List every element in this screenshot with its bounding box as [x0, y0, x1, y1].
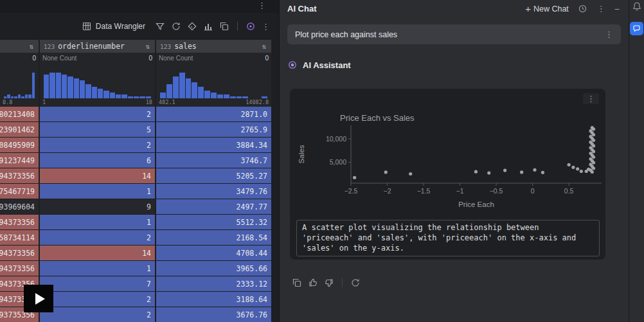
chat-history-icon[interactable] — [578, 4, 588, 14]
data-point — [580, 170, 583, 173]
histogram-bar — [103, 91, 109, 98]
data-point — [353, 176, 356, 179]
play-icon — [35, 293, 45, 305]
table-row: 8021340822871.0 — [0, 107, 279, 122]
table-cell[interactable]: 3479.76 — [156, 184, 273, 199]
video-play-button[interactable] — [24, 285, 53, 312]
ai-actions-icon[interactable] — [246, 21, 256, 31]
table-cell[interactable]: 58734114 — [0, 230, 40, 246]
table-cell[interactable]: 2 — [40, 138, 156, 153]
table-cell[interactable]: 1 — [40, 215, 156, 230]
histogram-bar — [211, 93, 217, 98]
clean-data-icon[interactable] — [187, 21, 197, 31]
table-cell[interactable]: 94373356 — [0, 261, 40, 276]
table-row: 9396960492497.77 — [0, 199, 279, 215]
histogram-bar — [110, 93, 115, 98]
sort-icon[interactable]: ⇅ — [262, 42, 266, 51]
thumbs-down-icon[interactable] — [324, 278, 334, 288]
chart-view-icon[interactable] — [203, 21, 213, 31]
table-cell[interactable]: 14 — [40, 168, 156, 184]
new-chat-button[interactable]: + New Chat — [525, 4, 569, 13]
refresh-icon[interactable] — [171, 21, 181, 31]
filter-icon[interactable] — [155, 21, 165, 31]
table-row: 0849590923884.34 — [0, 138, 279, 153]
column-stats-orderlinenumber: None Count 0 1 18 — [40, 53, 156, 107]
histogram-bar — [146, 96, 151, 98]
histogram-bar — [116, 94, 121, 98]
table-cell[interactable]: 2871.0 — [156, 107, 273, 122]
table-cell[interactable]: 3884.34 — [156, 138, 273, 153]
card-more-options-icon[interactable]: ⋮ — [583, 93, 599, 104]
table-cell[interactable]: 6 — [40, 153, 156, 168]
thumbs-up-icon[interactable] — [308, 278, 318, 288]
table-cell[interactable]: 14 — [40, 246, 156, 261]
minimize-icon[interactable]: − — [614, 4, 620, 14]
table-cell[interactable]: 4708.44 — [156, 246, 273, 261]
regenerate-icon[interactable] — [350, 278, 361, 288]
table-cell[interactable]: 5512.32 — [156, 215, 273, 230]
column-name: orderlinenumber — [58, 42, 142, 51]
table-cell[interactable]: 2333.12 — [156, 276, 273, 292]
data-point — [533, 168, 536, 172]
table-cell[interactable]: 2497.77 — [156, 199, 273, 215]
table-cell[interactable]: 2 — [40, 230, 156, 246]
column-header-sales[interactable]: 123 sales ⇅ — [156, 40, 273, 53]
y-tick-label: 5,000 — [330, 158, 346, 166]
copy-table-icon[interactable] — [219, 21, 229, 31]
histogram-bar — [139, 96, 145, 98]
data-point — [576, 167, 579, 170]
table-cell[interactable]: 3188.64 — [156, 292, 273, 307]
column-header-orderlinenumber[interactable]: 123 orderlinenumber ⇅ — [40, 40, 156, 53]
y-axis-label: Sales — [298, 145, 305, 163]
toolbar-more-options-icon[interactable]: ⋮ — [262, 22, 270, 31]
histogram-bar — [7, 94, 10, 98]
editor-more-options-icon[interactable]: ⋮ — [258, 1, 266, 10]
message-more-options-icon[interactable]: ⋮ — [605, 30, 613, 39]
table-cell[interactable]: 2 — [40, 307, 156, 322]
chart-caption: A scatter plot visualizing the relations… — [296, 220, 600, 256]
table-cell[interactable]: 94373356 — [0, 215, 40, 230]
table-cell[interactable]: 23901462 — [0, 122, 40, 138]
table-cell[interactable]: 08495909 — [0, 138, 40, 153]
table-cell[interactable]: 2 — [40, 292, 156, 307]
histogram-bar — [237, 96, 242, 98]
table-row: 7546771913479.76 — [0, 184, 279, 199]
data-wrangler-panel: ⋮ Data Wrangler — [0, 0, 279, 322]
column-header-hidden[interactable]: ⇅ — [0, 40, 40, 53]
table-cell[interactable]: 5205.27 — [156, 168, 273, 184]
table-cell[interactable]: 94373356 — [0, 168, 40, 184]
histogram-bar — [85, 84, 91, 98]
table-cell[interactable]: 1 — [40, 261, 156, 276]
table-cell[interactable]: 93969604 — [0, 199, 40, 215]
table-cell[interactable]: 9 — [40, 199, 156, 215]
table-cell[interactable]: 3676.76 — [156, 307, 273, 322]
table-cell[interactable]: 1 — [40, 184, 156, 199]
ai-chat-tool-button[interactable] — [630, 22, 643, 35]
histogram-bar — [128, 96, 133, 98]
copy-response-icon[interactable] — [292, 278, 302, 288]
table-cell[interactable]: 2765.9 — [156, 122, 273, 138]
table-cell[interactable]: 80213408 — [0, 107, 40, 122]
histogram-bar — [192, 82, 197, 98]
table-cell[interactable]: 91237449 — [0, 153, 40, 168]
table-cell[interactable]: 75467719 — [0, 184, 40, 199]
sort-icon[interactable]: ⇅ — [145, 42, 150, 51]
table-cell[interactable]: 3965.66 — [156, 261, 273, 276]
table-cell[interactable]: 3746.7 — [156, 153, 273, 168]
sort-icon[interactable]: ⇅ — [29, 42, 33, 51]
data-point — [589, 157, 592, 161]
histogram-bar — [230, 96, 236, 98]
histogram-bar — [204, 91, 210, 98]
column-stats-hidden: 0 0.8 — [0, 53, 40, 107]
table-cell[interactable]: 2 — [40, 107, 156, 122]
table-cell[interactable]: 5 — [40, 122, 156, 138]
table-grid-icon — [82, 21, 92, 31]
chat-more-options-icon[interactable]: ⋮ — [597, 4, 605, 13]
notifications-bell-icon[interactable] — [632, 1, 642, 12]
histogram-bar — [28, 94, 31, 98]
table-cell[interactable]: 94373356 — [0, 246, 40, 261]
histogram-bar — [179, 73, 185, 98]
histogram-bar — [62, 75, 67, 98]
table-cell[interactable]: 7 — [40, 276, 156, 292]
table-cell[interactable]: 2168.54 — [156, 230, 273, 246]
